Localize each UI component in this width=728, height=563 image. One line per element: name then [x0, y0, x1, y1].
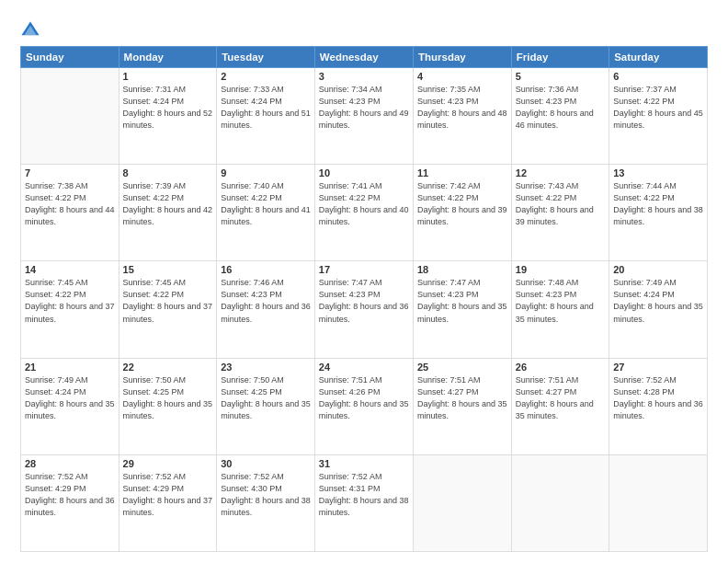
day-number: 14: [25, 264, 115, 275]
day-info: Sunrise: 7:51 AMSunset: 4:27 PMDaylight:…: [417, 375, 507, 420]
day-number: 21: [25, 362, 115, 373]
day-cell: 29 Sunrise: 7:52 AMSunset: 4:29 PMDaylig…: [119, 454, 217, 551]
day-number: 3: [319, 71, 409, 82]
calendar-table: SundayMondayTuesdayWednesdayThursdayFrid…: [20, 46, 708, 552]
day-cell: [413, 454, 511, 551]
day-cell: 28 Sunrise: 7:52 AMSunset: 4:29 PMDaylig…: [21, 454, 119, 551]
day-info: Sunrise: 7:46 AMSunset: 4:23 PMDaylight:…: [221, 278, 311, 323]
day-cell: 18 Sunrise: 7:47 AMSunset: 4:23 PMDaylig…: [413, 261, 511, 358]
day-info: Sunrise: 7:44 AMSunset: 4:22 PMDaylight:…: [613, 181, 703, 226]
day-cell: 31 Sunrise: 7:52 AMSunset: 4:31 PMDaylig…: [314, 454, 413, 551]
day-number: 16: [221, 264, 311, 275]
day-number: 27: [613, 362, 703, 373]
day-number: 31: [319, 458, 409, 469]
day-cell: 25 Sunrise: 7:51 AMSunset: 4:27 PMDaylig…: [413, 358, 511, 454]
day-cell: 27 Sunrise: 7:52 AMSunset: 4:28 PMDaylig…: [609, 358, 708, 454]
day-cell: 14 Sunrise: 7:45 AMSunset: 4:22 PMDaylig…: [21, 261, 119, 358]
day-number: 9: [221, 167, 311, 178]
header-day-tuesday: Tuesday: [217, 47, 315, 68]
day-cell: 30 Sunrise: 7:52 AMSunset: 4:30 PMDaylig…: [217, 454, 315, 551]
day-cell: 10 Sunrise: 7:41 AMSunset: 4:22 PMDaylig…: [314, 165, 413, 261]
day-cell: 13 Sunrise: 7:44 AMSunset: 4:22 PMDaylig…: [609, 165, 708, 261]
day-info: Sunrise: 7:34 AMSunset: 4:23 PMDaylight:…: [319, 85, 409, 130]
day-number: 11: [417, 167, 507, 178]
day-info: Sunrise: 7:47 AMSunset: 4:23 PMDaylight:…: [319, 278, 409, 323]
day-info: Sunrise: 7:49 AMSunset: 4:24 PMDaylight:…: [613, 278, 703, 323]
day-info: Sunrise: 7:38 AMSunset: 4:22 PMDaylight:…: [25, 181, 115, 226]
day-info: Sunrise: 7:36 AMSunset: 4:23 PMDaylight:…: [516, 85, 594, 130]
day-number: 18: [417, 264, 507, 275]
day-info: Sunrise: 7:52 AMSunset: 4:28 PMDaylight:…: [613, 375, 703, 420]
day-cell: 17 Sunrise: 7:47 AMSunset: 4:23 PMDaylig…: [314, 261, 413, 358]
day-info: Sunrise: 7:51 AMSunset: 4:27 PMDaylight:…: [516, 375, 594, 420]
day-cell: 9 Sunrise: 7:40 AMSunset: 4:22 PMDayligh…: [217, 165, 315, 261]
day-cell: 8 Sunrise: 7:39 AMSunset: 4:22 PMDayligh…: [119, 165, 217, 261]
header-day-friday: Friday: [511, 47, 609, 68]
day-info: Sunrise: 7:49 AMSunset: 4:24 PMDaylight:…: [25, 375, 115, 420]
day-number: 25: [417, 362, 507, 373]
day-info: Sunrise: 7:45 AMSunset: 4:22 PMDaylight:…: [123, 278, 213, 323]
header-day-saturday: Saturday: [609, 47, 708, 68]
day-cell: 15 Sunrise: 7:45 AMSunset: 4:22 PMDaylig…: [119, 261, 217, 358]
day-number: 15: [123, 264, 213, 275]
day-info: Sunrise: 7:39 AMSunset: 4:22 PMDaylight:…: [123, 181, 213, 226]
day-number: 4: [417, 71, 507, 82]
day-cell: 4 Sunrise: 7:35 AMSunset: 4:23 PMDayligh…: [413, 68, 511, 165]
day-info: Sunrise: 7:43 AMSunset: 4:22 PMDaylight:…: [516, 181, 594, 226]
day-cell: 19 Sunrise: 7:48 AMSunset: 4:23 PMDaylig…: [511, 261, 609, 358]
logo-icon: [20, 20, 40, 40]
week-row-4: 28 Sunrise: 7:52 AMSunset: 4:29 PMDaylig…: [21, 454, 708, 551]
header-row: SundayMondayTuesdayWednesdayThursdayFrid…: [21, 47, 708, 68]
header-day-monday: Monday: [119, 47, 217, 68]
day-number: 19: [516, 264, 605, 275]
day-info: Sunrise: 7:48 AMSunset: 4:23 PMDaylight:…: [516, 278, 594, 323]
day-cell: 26 Sunrise: 7:51 AMSunset: 4:27 PMDaylig…: [511, 358, 609, 454]
day-cell: [511, 454, 609, 551]
header-day-sunday: Sunday: [21, 47, 119, 68]
week-row-2: 14 Sunrise: 7:45 AMSunset: 4:22 PMDaylig…: [21, 261, 708, 358]
day-number: 13: [613, 167, 703, 178]
logo: [20, 20, 45, 40]
day-info: Sunrise: 7:37 AMSunset: 4:22 PMDaylight:…: [613, 85, 703, 130]
day-info: Sunrise: 7:50 AMSunset: 4:25 PMDaylight:…: [123, 375, 213, 420]
day-number: 6: [613, 71, 703, 82]
week-row-1: 7 Sunrise: 7:38 AMSunset: 4:22 PMDayligh…: [21, 165, 708, 261]
header-day-wednesday: Wednesday: [314, 47, 413, 68]
day-cell: 11 Sunrise: 7:42 AMSunset: 4:22 PMDaylig…: [413, 165, 511, 261]
day-number: 10: [319, 167, 409, 178]
day-number: 12: [516, 167, 605, 178]
day-info: Sunrise: 7:52 AMSunset: 4:29 PMDaylight:…: [25, 472, 115, 517]
week-row-0: 1 Sunrise: 7:31 AMSunset: 4:24 PMDayligh…: [21, 68, 708, 165]
day-cell: 16 Sunrise: 7:46 AMSunset: 4:23 PMDaylig…: [217, 261, 315, 358]
day-cell: 7 Sunrise: 7:38 AMSunset: 4:22 PMDayligh…: [21, 165, 119, 261]
day-info: Sunrise: 7:47 AMSunset: 4:23 PMDaylight:…: [417, 278, 507, 323]
day-cell: 21 Sunrise: 7:49 AMSunset: 4:24 PMDaylig…: [21, 358, 119, 454]
day-info: Sunrise: 7:45 AMSunset: 4:22 PMDaylight:…: [25, 278, 115, 323]
day-cell: 12 Sunrise: 7:43 AMSunset: 4:22 PMDaylig…: [511, 165, 609, 261]
day-number: 8: [123, 167, 213, 178]
day-info: Sunrise: 7:42 AMSunset: 4:22 PMDaylight:…: [417, 181, 507, 226]
day-number: 30: [221, 458, 311, 469]
day-info: Sunrise: 7:41 AMSunset: 4:22 PMDaylight:…: [319, 181, 409, 226]
day-number: 22: [123, 362, 213, 373]
day-number: 1: [123, 71, 213, 82]
day-number: 28: [25, 458, 115, 469]
day-cell: [609, 454, 708, 551]
day-info: Sunrise: 7:52 AMSunset: 4:30 PMDaylight:…: [221, 472, 311, 517]
day-number: 7: [25, 167, 115, 178]
day-number: 2: [221, 71, 311, 82]
day-number: 17: [319, 264, 409, 275]
day-number: 29: [123, 458, 213, 469]
day-info: Sunrise: 7:33 AMSunset: 4:24 PMDaylight:…: [221, 85, 311, 130]
week-row-3: 21 Sunrise: 7:49 AMSunset: 4:24 PMDaylig…: [21, 358, 708, 454]
day-cell: 23 Sunrise: 7:50 AMSunset: 4:25 PMDaylig…: [217, 358, 315, 454]
day-info: Sunrise: 7:31 AMSunset: 4:24 PMDaylight:…: [123, 85, 213, 130]
day-cell: 6 Sunrise: 7:37 AMSunset: 4:22 PMDayligh…: [609, 68, 708, 165]
day-cell: 22 Sunrise: 7:50 AMSunset: 4:25 PMDaylig…: [119, 358, 217, 454]
day-info: Sunrise: 7:40 AMSunset: 4:22 PMDaylight:…: [221, 181, 311, 226]
page: SundayMondayTuesdayWednesdayThursdayFrid…: [0, 0, 728, 563]
day-cell: 1 Sunrise: 7:31 AMSunset: 4:24 PMDayligh…: [119, 68, 217, 165]
day-cell: 5 Sunrise: 7:36 AMSunset: 4:23 PMDayligh…: [511, 68, 609, 165]
day-number: 24: [319, 362, 409, 373]
day-cell: [21, 68, 119, 165]
